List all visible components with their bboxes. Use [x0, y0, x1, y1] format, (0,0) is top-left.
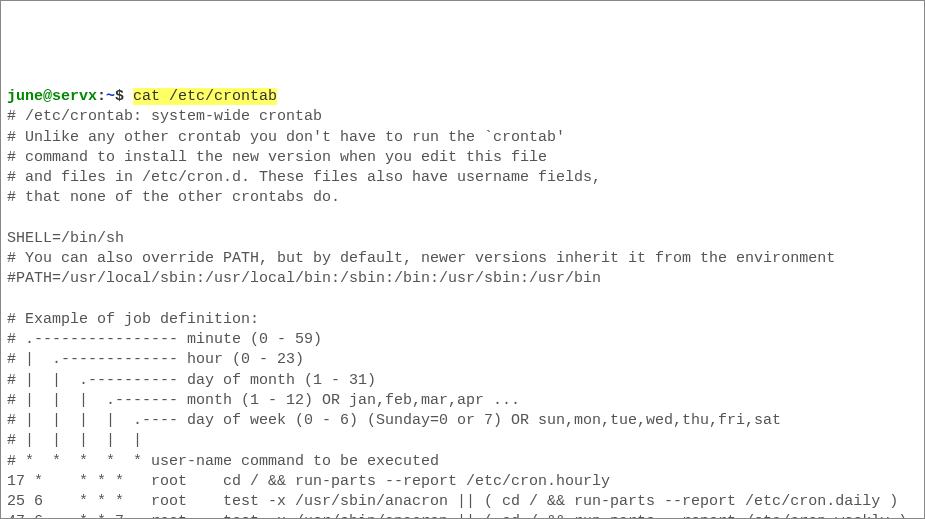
prompt-user-host: june@servx	[7, 88, 97, 105]
command-text[interactable]: cat /etc/crontab	[133, 88, 277, 105]
terminal-line-1: june@servx:~$ cat /etc/crontab	[7, 88, 277, 105]
prompt-separator: :	[97, 88, 106, 105]
output-block: # /etc/crontab: system-wide crontab # Un…	[7, 108, 916, 519]
prompt-dollar: $	[115, 88, 133, 105]
prompt-cwd: ~	[106, 88, 115, 105]
